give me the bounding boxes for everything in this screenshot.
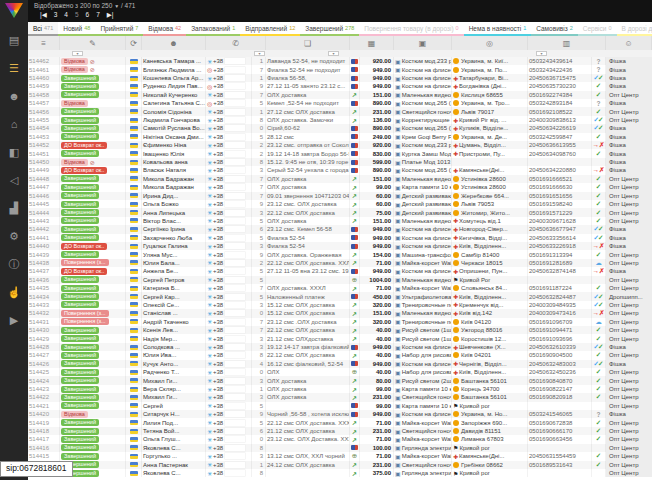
tracking-number-cell[interactable]: 0501691094471 (528, 326, 592, 334)
tracking-number-cell[interactable] (528, 158, 592, 166)
client-name-cell[interactable]: Горгулько ... (142, 452, 206, 460)
status-badge[interactable]: Завершений (61, 251, 99, 258)
client-name-cell[interactable]: Кучук Анто... (142, 360, 206, 368)
products-icon[interactable]: ◧ (0, 138, 28, 166)
comment-cell[interactable]: 24.12 смс ОЛХ доставка (266, 461, 350, 469)
address-cell[interactable]: Запоріжжя 690... (452, 418, 528, 426)
status-badge[interactable]: Завершений (61, 209, 99, 216)
column-filter-dropdown[interactable]: ▾ (254, 51, 265, 56)
page-button[interactable]: 3 (54, 11, 58, 19)
table-row[interactable]: 514443ЗавершенийВіктор Влас...✳+385ОЛХ д… (28, 217, 652, 225)
comment-cell[interactable]: 15.12 смс ОЛХ доставка (266, 309, 350, 317)
table-row[interactable]: 514445ЗавершенийОльга Божко✳+38923.12 см… (28, 200, 652, 208)
client-name-cell[interactable]: Николай Кучеренко (142, 91, 206, 99)
product-cell[interactable]: ▣Маленькая видеокамера SQ8 *... (394, 276, 452, 284)
comment-cell[interactable]: Наложенный платеж (266, 292, 350, 300)
call-binotel-icon[interactable]: ✳ (207, 234, 212, 241)
comment-cell[interactable]: 23.12 смс .ОЛХ доставка (266, 318, 350, 326)
comment-cell[interactable] (266, 469, 350, 477)
manager-icon[interactable]: ☺ (606, 36, 652, 50)
tracking-number-cell[interactable]: 20450636677947 (528, 225, 592, 233)
client-name-cell[interactable]: Юлия Ива... (142, 351, 206, 359)
status-edit-icon[interactable]: ✎ (60, 36, 126, 50)
product-cell[interactable]: ▣Машина-трансформер ламборд... (394, 250, 452, 258)
table-row[interactable]: 514428ЗавершенийСолодкова ...✳+38319.12 … (28, 343, 652, 351)
comment-cell[interactable]: 27.12 11-05 занято 23.12 с... (266, 82, 350, 90)
comment-cell[interactable]: 22.12 смс ОЛХ доставка (266, 351, 350, 359)
tracking-number-cell[interactable]: 20400309484935 (528, 301, 592, 309)
column-filter-dropdown[interactable]: ▾ (536, 51, 547, 56)
status-badge[interactable]: Завершений (61, 377, 99, 384)
table-row[interactable]: 514459ЗавершенийРуденко Лидия Пав...◎+38… (28, 82, 652, 90)
address-cell[interactable]: ✚Богданівка (Дні... (452, 82, 528, 90)
comment-cell[interactable] (266, 276, 350, 284)
tracking-number-cell[interactable]: 0501691666521 (528, 175, 592, 183)
tab-Завершений[interactable]: Завершений278 (300, 22, 359, 36)
address-cell[interactable]: ✚Куликів, Відділе... (452, 124, 528, 132)
page-button[interactable]: 7 (96, 11, 100, 19)
address-cell[interactable]: ✚Татарбунари, Ві... (452, 74, 528, 82)
call-binotel-icon[interactable]: ✳ (207, 402, 212, 409)
tab-Повернення товару (в дорозі)[interactable]: Повернення товару (в дорозі)0 (359, 22, 463, 36)
tab-Новий[interactable]: Новий48 (58, 22, 95, 36)
product-cell[interactable]: ▣Карта памяти 10 класс - 32Гб *1... (394, 183, 452, 191)
per-page-dropdown-icon[interactable]: ▼ (114, 3, 119, 9)
tracking-number-cell[interactable]: 20450634098760 (528, 149, 592, 157)
address-cell[interactable]: ✚Новгород-Сівер... (452, 225, 528, 233)
tracking-number-cell[interactable]: 0501692108522 (528, 107, 592, 115)
address-cell[interactable]: ✚Камянське(Дні... (452, 452, 528, 460)
address-cell[interactable]: Гребінки 08662 (452, 461, 528, 469)
table-row[interactable]: 514426ЗавершенийКучук Анто...✳+38416.12 … (28, 360, 652, 368)
product-cell[interactable]: ▣Рисуй светом (1шт. х 40.00 = 40... (394, 326, 452, 334)
comment-cell[interactable]: ОЛХ доставка (266, 217, 350, 225)
comment-cell[interactable]: Чорний ,56-58 , хотела исключ... (266, 410, 350, 418)
status-badge[interactable]: Завершений (61, 444, 99, 451)
comment-cell[interactable]: Фиалка 56-58, (266, 74, 350, 82)
comment-cell[interactable]: ОЛХ доставка (266, 91, 350, 99)
table-row[interactable]: 514448ЗавершенийМикола Бадражан✳+387ОЛХ … (28, 175, 652, 183)
product-cell[interactable]: ▣Светящийся гоночный трек Ma... (394, 393, 452, 401)
support-icon[interactable]: ☝ (0, 278, 28, 306)
call-binotel-icon[interactable]: ✳ (207, 301, 212, 308)
client-name-cell[interactable]: Ксенія Лев... (142, 326, 206, 334)
status-badge[interactable]: Повернення (з... (61, 318, 109, 325)
client-name-cell[interactable]: Надія Мер... (142, 334, 206, 342)
call-binotel-icon[interactable]: ✳ (207, 419, 212, 426)
comment-cell[interactable]: ОЛХ доставка. ХХХЛ (266, 284, 350, 292)
address-cell[interactable]: ✚Камянське(Дні... (452, 166, 528, 174)
product-cell[interactable]: ▣Костюм мод.265 (1шт. х 890.00 ... (394, 124, 452, 132)
address-cell[interactable]: ⚑Кривой рог (452, 469, 528, 477)
table-row[interactable]: 514423ЗавершенийВера Скляр...✳+381ОЛХ до… (28, 385, 652, 393)
tracking-number-cell[interactable]: 0501690904500 (528, 351, 592, 359)
status-badge[interactable]: Завершений (61, 184, 99, 191)
call-binotel-icon[interactable]: ✳ (207, 108, 212, 115)
table-row[interactable]: 514439ЗавершенийУляна Мус...✳+389ОЛХ дос… (28, 250, 652, 258)
address-cell[interactable]: Давидів 81151 (452, 427, 528, 435)
call-binotel-icon[interactable]: ✳ (207, 91, 212, 98)
address-cell[interactable]: Баштанка 56101 (452, 393, 528, 401)
address-cell[interactable]: Коростишів 12... (452, 334, 528, 342)
status-badge[interactable]: Завершений (61, 386, 99, 393)
product-cell[interactable]: ▣Корректирующие брюки Hollyw... (394, 116, 452, 124)
table-row[interactable]: 514440ДО Возврат ок..Гуцалюк Галина✳+383… (28, 242, 652, 250)
call-missed-icon[interactable]: ◎ (207, 100, 212, 107)
tracking-number-cell[interactable]: 0503243422436 (528, 65, 592, 73)
client-name-cell[interactable]: Самотій Руслана Во... (142, 124, 206, 132)
tracking-number-cell[interactable]: 20450632483003 (528, 360, 592, 368)
address-cell[interactable]: Львів 79053 (452, 200, 528, 208)
call-binotel-icon[interactable]: ✳ (207, 436, 212, 443)
comment-cell[interactable]: 23.12 смс. Кемел 56-58 (266, 225, 350, 233)
tracking-number-cell[interactable]: 0501690820918 (528, 393, 592, 401)
page-button[interactable]: 6 (86, 11, 90, 19)
address-cell[interactable]: Самбір 81400 (452, 250, 528, 258)
client-name-cell[interactable]: Радченко Т... (142, 368, 206, 376)
product-cell[interactable]: ▣Светящийся гоночный трек Ma... (394, 107, 452, 115)
sip-link-tooltip[interactable]: sip:0672818601 (0, 461, 73, 477)
table-row[interactable]: 514436ЗавершенийСергей Петров✳+385⊕1004.… (28, 276, 652, 284)
table-row[interactable]: 514450Відмова⊘Ковальова анна✳+38815.12. … (28, 158, 652, 166)
comment-cell[interactable]: 09.01 звернення 10471203 04... (266, 192, 350, 200)
call-binotel-icon[interactable]: ✳ (207, 276, 212, 283)
call-binotel-icon[interactable]: ✳ (207, 360, 212, 367)
tab-Сервіси[interactable]: Сервіси0 (578, 22, 617, 36)
tracking-number-cell[interactable]: 0501692274384 (528, 91, 592, 99)
